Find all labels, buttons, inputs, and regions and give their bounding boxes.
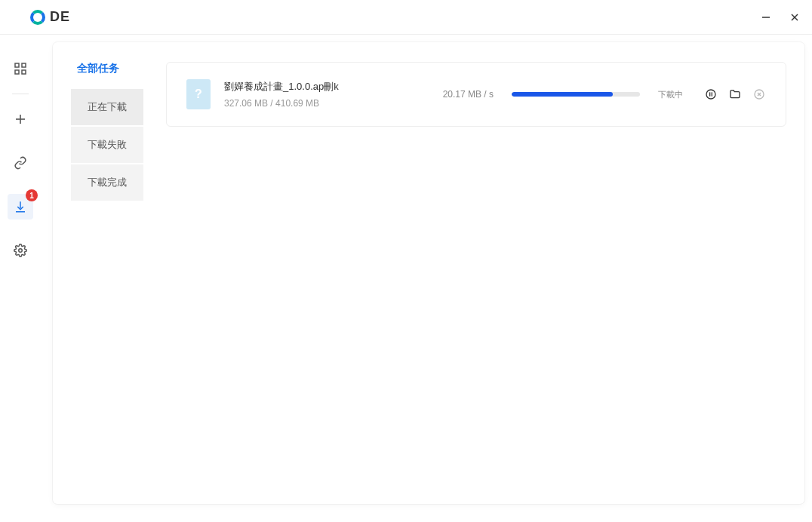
folder-icon [729, 88, 741, 100]
cancel-icon [753, 88, 765, 100]
progress-bar [512, 92, 640, 97]
apps-icon [14, 62, 27, 75]
downloads-badge: 1 [26, 189, 38, 201]
task-row: 劉嬋養成計畫_1.0.0.ap刪k 327.06 MB / 410.69 MB … [166, 62, 786, 127]
file-name: 劉嬋養成計畫_1.0.0.ap刪k [224, 80, 420, 94]
rail-downloads[interactable]: 1 [8, 194, 33, 220]
left-rail: 1 [0, 35, 41, 522]
link-icon [14, 156, 27, 170]
filter-failed[interactable]: 下載失敗 [71, 127, 143, 163]
download-icon [14, 200, 27, 213]
filter-completed[interactable]: 下載完成 [71, 164, 143, 201]
filter-label: 下載完成 [88, 176, 127, 189]
rail-apps[interactable] [8, 56, 33, 81]
download-speed: 20.17 MB / s [443, 89, 494, 100]
download-status: 下載中 [658, 89, 683, 100]
pause-button[interactable] [704, 88, 718, 101]
minimize-button[interactable] [759, 11, 773, 24]
brand-logo-icon [30, 10, 45, 25]
rail-link[interactable] [8, 150, 33, 176]
file-size: 327.06 MB / 410.69 MB [224, 98, 420, 109]
brand: DE [30, 9, 70, 25]
svg-rect-6 [22, 70, 26, 74]
svg-point-9 [19, 249, 23, 253]
filter-sidebar: 全部任务 正在下載 下載失敗 下載完成 [71, 62, 143, 484]
cancel-button[interactable] [752, 88, 766, 101]
svg-rect-5 [15, 70, 19, 74]
task-actions [704, 88, 766, 101]
task-list: 劉嬋養成計畫_1.0.0.ap刪k 327.06 MB / 410.69 MB … [166, 62, 786, 484]
settings-icon [14, 244, 27, 257]
file-icon [186, 79, 211, 109]
rail-settings[interactable] [8, 238, 33, 263]
file-meta: 劉嬋養成計畫_1.0.0.ap刪k 327.06 MB / 410.69 MB [224, 80, 420, 109]
svg-rect-3 [15, 63, 19, 67]
add-icon [14, 112, 27, 126]
rail-add[interactable] [8, 106, 33, 132]
main-panel: 全部任务 正在下載 下載失敗 下載完成 劉嬋養成計畫_1.0.0.ap刪k 32… [53, 42, 804, 504]
filter-label: 下載失敗 [88, 138, 127, 152]
titlebar: DE [0, 0, 812, 35]
svg-point-10 [706, 90, 715, 99]
window-controls [759, 11, 801, 24]
open-folder-button[interactable] [728, 88, 742, 101]
filter-header: 全部任务 [71, 62, 143, 75]
filter-label: 正在下載 [88, 100, 127, 114]
close-button[interactable] [788, 11, 801, 24]
svg-rect-11 [709, 92, 710, 96]
svg-rect-12 [712, 92, 712, 96]
rail-divider [12, 94, 29, 94]
svg-rect-4 [22, 63, 26, 67]
pause-icon [705, 88, 717, 100]
brand-text: DE [50, 9, 70, 25]
filter-downloading[interactable]: 正在下載 [71, 89, 143, 125]
